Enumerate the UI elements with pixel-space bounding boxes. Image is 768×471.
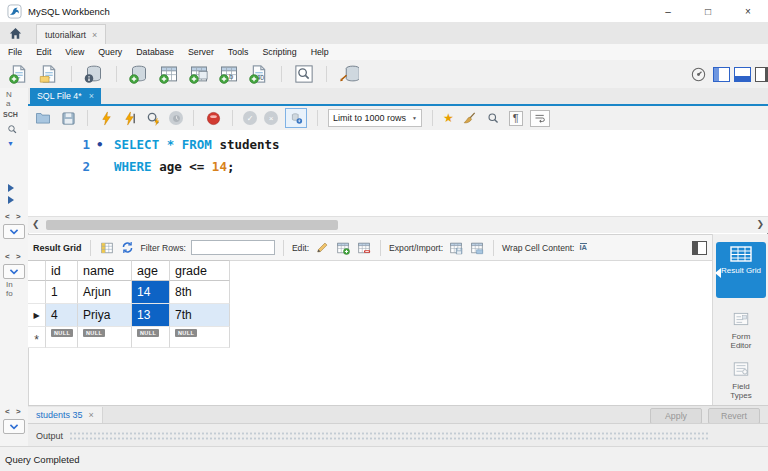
toggle-left-panel-icon[interactable] [713, 67, 730, 82]
create-function-icon[interactable]: 40 [248, 63, 270, 85]
column-header-id[interactable]: id [46, 260, 78, 281]
stop-icon[interactable] [169, 111, 183, 125]
scroll-right-icon[interactable]: ❯ [756, 219, 764, 229]
export-recordset-icon[interactable] [448, 240, 464, 255]
explain-icon[interactable] [144, 109, 162, 127]
row-selector-current[interactable]: ▶ [28, 304, 46, 327]
dashboard-icon[interactable] [687, 63, 709, 85]
menu-server[interactable]: Server [188, 47, 214, 57]
beautify-icon[interactable] [461, 109, 479, 127]
rail-panel-chevrons-3[interactable]: < > [5, 407, 23, 416]
refresh-icon[interactable] [120, 240, 136, 255]
navigator-collapsed-label: Na [6, 90, 12, 108]
side-tab-form-editor[interactable]: Form Editor [716, 306, 766, 356]
menu-view[interactable]: View [65, 47, 84, 57]
rollback-icon[interactable]: × [264, 111, 278, 125]
column-header-grade[interactable]: grade [170, 260, 230, 281]
minimize-button[interactable]: – [648, 0, 688, 22]
toggle-preview-panel-icon[interactable] [692, 241, 707, 255]
limit-rows-dropdown[interactable]: Limit to 1000 rows ▼ [328, 109, 422, 127]
menu-database[interactable]: Database [136, 47, 174, 57]
cell-id[interactable]: 1 [46, 281, 78, 304]
wrap-cell-content-icon[interactable]: IA [580, 243, 588, 252]
open-sql-script-icon[interactable] [38, 63, 60, 85]
column-header-name[interactable]: name [78, 260, 132, 281]
tab-tutorialkart[interactable]: tutorialkart × [36, 24, 106, 44]
cell-age-selected[interactable]: 14 [132, 281, 170, 304]
toggle-stop-on-error-icon[interactable] [204, 109, 222, 127]
menu-edit[interactable]: Edit [36, 47, 51, 57]
grid-view-icon[interactable] [99, 240, 115, 255]
edit-record-icon[interactable] [314, 240, 330, 255]
delete-row-icon[interactable] [356, 240, 372, 255]
row-selector[interactable] [28, 281, 46, 304]
scroll-left-icon[interactable]: ❮ [32, 219, 40, 229]
home-tab-button[interactable] [0, 22, 30, 44]
rail-expand-icon-1[interactable] [8, 184, 14, 192]
editor-tab-close-icon[interactable]: × [89, 91, 94, 101]
import-records-icon[interactable] [469, 240, 485, 255]
cell-id[interactable]: 4 [46, 304, 78, 327]
new-row-selector[interactable]: * [28, 327, 46, 348]
scrollbar-thumb[interactable] [46, 220, 338, 230]
invisible-chars-icon[interactable]: ¶ [509, 111, 523, 126]
open-file-icon[interactable] [34, 109, 52, 127]
toggle-autocommit-icon[interactable] [285, 108, 307, 128]
cell-grade[interactable]: 8th [170, 281, 230, 304]
revert-button[interactable]: Revert [708, 408, 760, 424]
reconnect-dbms-icon[interactable] [338, 63, 360, 85]
table-row-current[interactable]: ▶ 4 Priya 13 7th [28, 304, 230, 327]
apply-button[interactable]: Apply [650, 408, 702, 424]
close-button[interactable]: × [728, 0, 768, 22]
wrap-text-icon[interactable] [530, 110, 550, 127]
new-row-placeholder[interactable]: * NULL NULL NULL NULL [28, 327, 230, 348]
rail-filter-icon[interactable]: ▼ [7, 140, 14, 147]
create-schema-icon[interactable] [128, 63, 150, 85]
commit-icon[interactable]: ✓ [243, 111, 257, 125]
cell-name[interactable]: Arjun [78, 281, 132, 304]
rail-restore-panel-button-2[interactable] [3, 264, 25, 279]
rail-panel-chevrons-2[interactable]: < > [5, 252, 23, 261]
search-table-data-icon[interactable] [293, 63, 315, 85]
menu-file[interactable]: File [8, 47, 22, 57]
result-tab-close-icon[interactable]: × [89, 410, 94, 420]
add-snippet-icon[interactable]: ★ [443, 111, 454, 125]
menu-query[interactable]: Query [98, 47, 122, 57]
find-icon[interactable] [486, 109, 502, 127]
create-table-icon[interactable] [158, 63, 180, 85]
cell-name[interactable]: Priya [78, 304, 132, 327]
sql-code-editor[interactable]: 1 • SELECT * FROM students 2 WHERE age <… [28, 130, 768, 216]
rail-expand-icon-2[interactable] [8, 196, 14, 204]
maximize-button[interactable]: □ [688, 0, 728, 22]
new-sql-tab-icon[interactable] [8, 63, 30, 85]
execute-icon[interactable] [98, 109, 114, 127]
filter-rows-input[interactable] [191, 240, 275, 255]
menu-tools[interactable]: Tools [228, 47, 249, 57]
rail-restore-panel-button-3[interactable] [3, 419, 25, 434]
table-row[interactable]: 1 Arjun 14 8th [28, 281, 230, 304]
cell-age-selected[interactable]: 13 [132, 304, 170, 327]
menu-scripting[interactable]: Scripting [262, 47, 296, 57]
create-procedure-icon[interactable]: b [218, 63, 240, 85]
rail-panel-chevrons-1[interactable]: < > [5, 212, 23, 221]
row-selector-header[interactable] [28, 260, 46, 281]
toggle-bottom-panel-icon[interactable] [734, 67, 751, 82]
tab-sql-file-4[interactable]: SQL File 4* × [30, 88, 101, 104]
execute-current-icon[interactable] [121, 109, 137, 127]
rail-restore-panel-button-1[interactable] [3, 224, 25, 239]
menu-help[interactable]: Help [311, 47, 329, 57]
save-icon[interactable] [59, 109, 77, 127]
column-header-age[interactable]: age [132, 260, 170, 281]
cell-grade[interactable]: 7th [170, 304, 230, 327]
rail-search-icon[interactable] [7, 124, 18, 135]
side-tab-result-grid[interactable]: Result Grid [716, 242, 766, 298]
output-panel-header[interactable]: Output [28, 423, 768, 447]
insert-row-icon[interactable] [335, 240, 351, 255]
tab-students-35[interactable]: students 35 × [28, 407, 103, 424]
side-tab-field-types[interactable]: Field Types [716, 356, 766, 406]
toggle-right-panel-icon[interactable] [755, 67, 768, 82]
editor-horizontal-scrollbar[interactable]: ❮ ❯ [28, 216, 768, 233]
schema-inspector-icon[interactable] [83, 63, 105, 85]
tab-close-icon[interactable]: × [92, 30, 97, 40]
create-view-icon[interactable] [188, 63, 210, 85]
